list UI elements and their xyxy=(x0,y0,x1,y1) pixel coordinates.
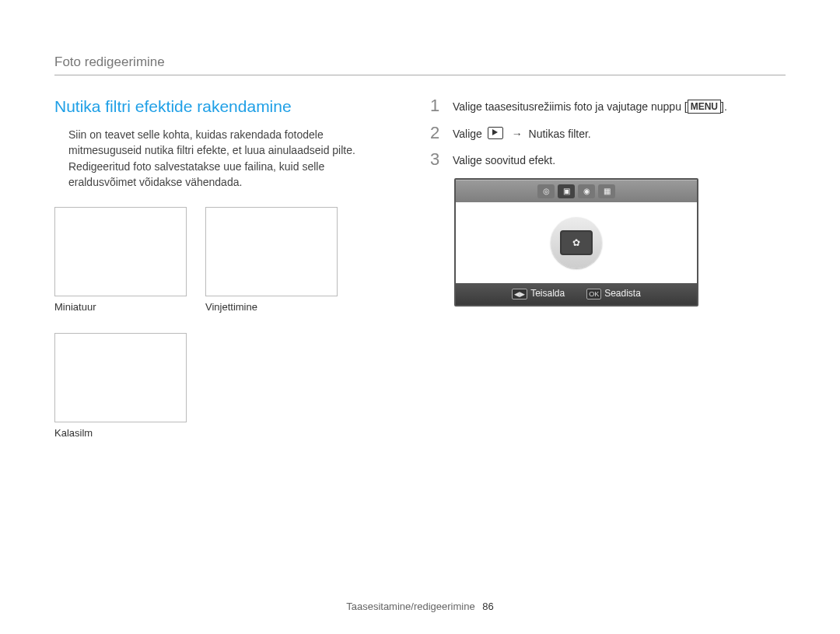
step-suffix: Nutikas ﬁlter. xyxy=(529,128,591,140)
content-columns: Nutika ﬁltri efektide rakendamine Siin o… xyxy=(54,97,786,459)
step-text: Valige taasesitusrežiimis foto ja vajuta… xyxy=(453,97,727,115)
playback-icon xyxy=(488,127,503,139)
page: Foto redigeerimine Nutika ﬁltri efektide… xyxy=(0,0,840,634)
thumb-image xyxy=(54,333,187,422)
topbar-icon: ◎ xyxy=(537,184,555,198)
step-number: 2 xyxy=(428,124,442,142)
nav-key-icon: ◀▶ xyxy=(512,289,527,299)
lcd-topbar: ◎ ▣ ◉ ▦ xyxy=(456,180,697,202)
step-2: 2 Valige → Nutikas ﬁlter. xyxy=(428,124,762,142)
step-1: 1 Valige taasesitusrežiimis foto ja vaju… xyxy=(428,97,762,115)
flower-icon xyxy=(560,230,593,255)
bottombar-left: ◀▶Teisalda xyxy=(512,288,565,299)
breadcrumb-title: Foto redigeerimine xyxy=(54,54,786,75)
thumb-image xyxy=(205,207,338,296)
thumb-row-1: Miniatuur Vinjettimine xyxy=(54,207,389,327)
page-footer: Taasesitamine/redigeerimine 86 xyxy=(0,601,840,612)
section-body: Siin on teavet selle kohta, kuidas raken… xyxy=(54,127,389,190)
steps-list: 1 Valige taasesitusrežiimis foto ja vaju… xyxy=(428,97,762,169)
left-column: Nutika ﬁltri efektide rakendamine Siin o… xyxy=(54,97,389,459)
topbar-icon: ◉ xyxy=(578,184,595,198)
menu-button-label: MENU xyxy=(688,100,721,114)
section-title: Nutika ﬁltri efektide rakendamine xyxy=(54,97,389,116)
step-number: 1 xyxy=(428,97,442,114)
bottombar-right: OKSeadista xyxy=(586,288,641,299)
bottombar-left-label: Teisalda xyxy=(530,288,565,299)
step-text: Valige → Nutikas ﬁlter. xyxy=(453,124,591,142)
bottombar-right-label: Seadista xyxy=(604,288,641,299)
right-column: 1 Valige taasesitusrežiimis foto ja vaju… xyxy=(428,97,762,459)
step-number: 3 xyxy=(428,151,442,168)
lcd-bottombar: ◀▶Teisalda OKSeadista xyxy=(456,283,697,305)
step-text-before: Valige taasesitusrežiimis foto ja vajuta… xyxy=(453,100,688,113)
topbar-icon-active: ▣ xyxy=(558,184,575,198)
thumb-row-2: Kalasilm xyxy=(54,333,389,453)
step-text-after: ]. xyxy=(721,100,727,113)
page-number: 86 xyxy=(478,601,493,612)
thumb-kalasilm: Kalasilm xyxy=(54,333,187,453)
thumb-label: Miniatuur xyxy=(54,301,187,313)
step-prefix: Valige xyxy=(453,128,485,140)
ok-key-icon: OK xyxy=(586,289,601,299)
thumb-label: Kalasilm xyxy=(54,427,187,439)
thumb-vinjettimine: Vinjettimine xyxy=(205,207,338,327)
arrow-icon: → xyxy=(509,128,526,140)
thumb-image xyxy=(54,207,187,296)
lcd-preview: ◎ ▣ ◉ ▦ ◀▶Teisalda OKSeadista xyxy=(454,178,698,306)
lcd-main xyxy=(456,202,697,283)
thumb-label: Vinjettimine xyxy=(205,301,338,313)
thumb-miniatuur: Miniatuur xyxy=(54,207,187,327)
step-3: 3 Valige soovitud efekt. xyxy=(428,151,762,169)
topbar-icon: ▦ xyxy=(598,184,615,198)
footer-section: Taasesitamine/redigeerimine xyxy=(346,601,474,612)
center-button xyxy=(551,217,602,268)
step-text: Valige soovitud efekt. xyxy=(453,151,555,169)
